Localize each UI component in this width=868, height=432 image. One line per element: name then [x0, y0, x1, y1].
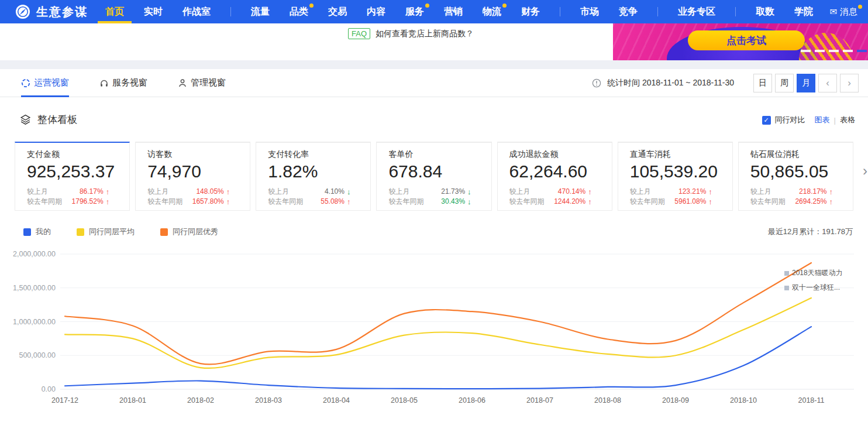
kpi-card-6[interactable]: 钻石展位消耗50,865.05较上月218.17%↑较去年同期2694.25%↑: [738, 142, 853, 211]
nav-item-label: 服务: [405, 6, 424, 18]
legend-swatch: [160, 228, 168, 236]
nav-item-13[interactable]: 业务专区: [678, 0, 715, 23]
svg-text:1,500,000.00: 1,500,000.00: [13, 284, 56, 292]
granularity-week-button[interactable]: 周: [775, 74, 794, 92]
carousel-indicators[interactable]: [801, 50, 867, 52]
carousel-dash[interactable]: [843, 50, 853, 52]
tab-label: 管理视窗: [191, 77, 226, 88]
chart-view-link[interactable]: 图表: [815, 115, 830, 125]
promo-banner[interactable]: 点击考试: [613, 23, 868, 60]
kpi-title: 支付金额: [27, 149, 129, 160]
cards-next-arrow[interactable]: ›: [863, 164, 867, 178]
nav-item-label: 品类: [290, 6, 308, 18]
banner-circle-decoration: [799, 33, 853, 60]
nav-item-label: 作战室: [182, 6, 211, 18]
nav-item-15[interactable]: 学院: [794, 0, 813, 23]
nav-item-5[interactable]: 交易: [328, 0, 347, 23]
legend-item-1[interactable]: 同行同层平均: [77, 227, 135, 237]
carousel-dash[interactable]: [801, 50, 811, 52]
legend-row: 我的同行同层平均同行同层优秀 最近12月累计：191.78万: [23, 226, 853, 238]
nav-item-1[interactable]: 实时: [144, 0, 163, 23]
kpi-title: 钻石展位消耗: [750, 149, 853, 160]
nav-divider: [560, 7, 560, 16]
next-period-button[interactable]: ›: [840, 74, 859, 92]
carousel-dash[interactable]: [829, 50, 839, 52]
info-icon[interactable]: [592, 78, 601, 88]
kpi-title: 直通车消耗: [630, 149, 732, 160]
kpi-card-5[interactable]: 直通车消耗105,539.20较上月123.21%↑较去年同期5961.08%↑: [618, 142, 733, 211]
operations-icon: [21, 78, 30, 88]
nav-item-7[interactable]: 服务: [405, 0, 424, 23]
up-arrow-icon: ↑: [588, 187, 592, 197]
new-badge-dot: [309, 4, 314, 8]
nav-item-label: 取数: [756, 6, 774, 18]
peer-compare-checkbox[interactable]: ✓: [762, 116, 771, 125]
up-arrow-icon: ↑: [226, 197, 230, 207]
down-arrow-icon: ↓: [347, 187, 351, 197]
nav-item-6[interactable]: 内容: [367, 0, 385, 23]
kpi-value: 74,970: [147, 162, 250, 181]
prev-period-button[interactable]: ‹: [818, 74, 837, 92]
nav-item-label: 竞争: [619, 6, 638, 18]
svg-text:2018-04: 2018-04: [323, 396, 350, 404]
carousel-dash-active[interactable]: [857, 50, 867, 52]
nav-item-14[interactable]: 取数: [756, 0, 774, 23]
carousel-dash[interactable]: [815, 50, 825, 52]
nav-item-8[interactable]: 营销: [444, 0, 463, 23]
kpi-card-3[interactable]: 客单价678.84较上月21.73%↓较去年同期30.43%↓: [376, 142, 491, 211]
granularity-day-button[interactable]: 日: [753, 74, 772, 92]
kpi-value: 925,253.37: [27, 162, 129, 181]
up-arrow-icon: ↑: [226, 187, 230, 197]
chart-canvas: 0.00500,000.001,000,000.001,500,000.002,…: [0, 244, 868, 421]
up-arrow-icon: ↑: [588, 197, 592, 207]
legend-item-2[interactable]: 同行同层优秀: [160, 227, 218, 237]
peer-compare-label: 同行对比: [775, 115, 805, 125]
annotation-marker: [784, 286, 789, 290]
kpi-value: 678.84: [388, 162, 491, 181]
kpi-value: 50,865.05: [750, 162, 853, 181]
tab-management-view[interactable]: 管理视窗: [178, 69, 226, 97]
kpi-trend: 较去年同期55.08%↑: [268, 197, 370, 207]
svg-text:2018-05: 2018-05: [391, 396, 418, 404]
nav-item-12[interactable]: 竞争: [619, 0, 638, 23]
nav-item-label: 业务专区: [678, 6, 715, 18]
kpi-card-1[interactable]: 访客数74,970较上月148.05%↑较去年同期1657.80%↑: [135, 142, 250, 211]
kpi-trend: 较上月470.14%↑: [509, 187, 612, 197]
nav-item-9[interactable]: 物流: [483, 0, 501, 23]
tab-label: 服务视窗: [112, 77, 147, 88]
nav-item-messages[interactable]: ✉ 消息: [829, 6, 857, 18]
svg-text:2018-08: 2018-08: [594, 396, 621, 404]
twelve-month-total: 最近12月累计：191.78万: [768, 227, 853, 237]
brand-name: 生意参谋: [36, 4, 88, 20]
kpi-card-2[interactable]: 支付转化率1.82%较上月4.10%↓较去年同期55.08%↑: [256, 142, 371, 211]
headset-icon: [99, 78, 109, 88]
kpi-card-0[interactable]: 支付金额925,253.37较上月86.17%↑较去年同期1796.52%↑: [15, 142, 130, 211]
mail-icon: ✉: [829, 6, 837, 17]
nav-item-4[interactable]: 品类: [290, 0, 308, 23]
nav-item-2[interactable]: 作战室: [182, 0, 211, 23]
kpi-card-4[interactable]: 成功退款金额62,264.60较上月470.14%↑较去年同期1244.20%↑: [497, 142, 612, 211]
kpi-trend: 较上月21.73%↓: [388, 187, 491, 197]
board-header: 整体看板: [20, 113, 77, 126]
faq-question-link[interactable]: 如何查看竞店上新商品数？: [376, 29, 474, 39]
chart-legend: 我的同行同层平均同行同层优秀: [23, 227, 218, 237]
legend-item-0[interactable]: 我的: [23, 227, 51, 237]
table-view-link[interactable]: 表格: [840, 115, 855, 125]
nav-item-11[interactable]: 市场: [580, 0, 599, 23]
kpi-title: 成功退款金额: [509, 149, 612, 160]
svg-text:500,000.00: 500,000.00: [19, 351, 56, 359]
legend-swatch: [23, 228, 31, 236]
nav-divider: [657, 7, 658, 16]
exam-button[interactable]: 点击考试: [688, 30, 805, 50]
nav-item-3[interactable]: 流量: [251, 0, 270, 23]
brand[interactable]: 生意参谋: [15, 4, 88, 20]
nav-item-10[interactable]: 财务: [521, 0, 540, 23]
tab-operations-view[interactable]: 运营视窗: [21, 69, 69, 97]
nav-item-0[interactable]: 首页: [105, 0, 124, 23]
tab-service-view[interactable]: 服务视窗: [99, 69, 147, 97]
granularity-month-button[interactable]: 月: [797, 74, 815, 92]
kpi-trend: 较上月86.17%↑: [27, 187, 129, 197]
nav-item-label: 交易: [328, 6, 347, 18]
compass-logo-icon: [15, 4, 30, 19]
nav-item-label: 实时: [144, 6, 163, 18]
